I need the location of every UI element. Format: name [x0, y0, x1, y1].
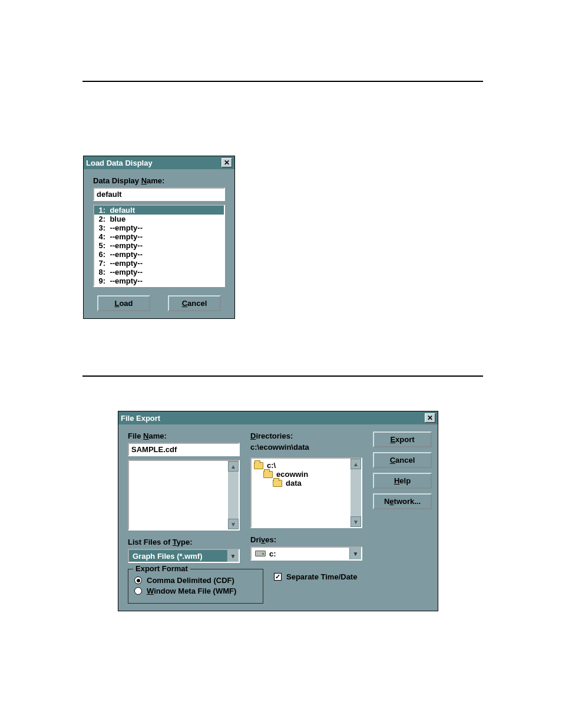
folder-icon [263, 471, 273, 478]
separate-time-date-checkbox[interactable]: Separate Time/Date [274, 572, 357, 581]
data-display-name-input[interactable] [93, 187, 225, 201]
scrollbar[interactable]: ▲ ▼ [228, 461, 239, 529]
radio-icon [134, 577, 142, 584]
network-button[interactable]: Network... [373, 493, 432, 509]
drive-value: c: [252, 548, 349, 559]
scroll-down-icon[interactable]: ▼ [351, 516, 361, 527]
chevron-down-icon[interactable]: ▼ [349, 548, 361, 559]
help-button[interactable]: Help [373, 473, 432, 489]
list-item[interactable]: 9: --empty-- [94, 276, 224, 285]
display-list[interactable]: 1: default 2: blue 3: --empty-- 4: --emp… [93, 205, 225, 287]
radio-icon [134, 587, 142, 595]
chevron-down-icon[interactable]: ▼ [227, 550, 239, 562]
mid-rule [82, 375, 483, 377]
cancel-button[interactable]: Cancel [373, 452, 432, 468]
file-name-input[interactable] [128, 443, 240, 456]
directory-item[interactable]: ecowwin [254, 470, 359, 479]
file-type-value: Graph Files (*.wmf) [129, 550, 227, 562]
file-list[interactable]: ▲ ▼ [128, 460, 240, 531]
directories-label: Directories: [250, 431, 362, 440]
list-item[interactable]: 6: --empty-- [94, 250, 224, 259]
folder-icon [273, 480, 282, 487]
top-rule [82, 81, 483, 82]
directory-item-label: ecowwin [276, 470, 308, 479]
cancel-button[interactable]: Cancel [168, 295, 221, 311]
list-item[interactable]: 3: --empty-- [94, 223, 224, 232]
scrollbar[interactable]: ▲ ▼ [351, 459, 361, 527]
list-item[interactable]: 7: --empty-- [94, 259, 224, 268]
drive-icon [255, 551, 266, 556]
load-button[interactable]: Load [97, 295, 150, 311]
scroll-down-icon[interactable]: ▼ [228, 519, 239, 529]
export-format-group: Export Format Comma Delimited (CDF) Wind… [128, 569, 263, 604]
titlebar[interactable]: File Export ✕ [118, 411, 438, 424]
directory-item[interactable]: data [254, 479, 359, 487]
checkbox-icon [274, 573, 282, 581]
directories-path: c:\ecowwin\data [250, 443, 362, 452]
scroll-up-icon[interactable]: ▲ [228, 461, 239, 472]
list-item[interactable]: 2: blue [94, 215, 224, 223]
close-icon[interactable]: ✕ [222, 158, 232, 167]
list-item[interactable]: 5: --empty-- [94, 241, 224, 250]
radio-cdf-label: Comma Delimited (CDF) [147, 576, 234, 585]
file-export-dialog: File Export ✕ File Name: ▲ ▼ List Files … [118, 411, 438, 611]
directory-item-label: data [286, 479, 302, 487]
titlebar[interactable]: Load Data Display ✕ [84, 156, 234, 169]
close-icon[interactable]: ✕ [425, 413, 435, 423]
scroll-up-icon[interactable]: ▲ [351, 459, 361, 469]
dialog-title: Load Data Display [86, 159, 222, 167]
list-item[interactable]: 8: --empty-- [94, 268, 224, 276]
radio-cdf[interactable]: Comma Delimited (CDF) [134, 576, 257, 585]
export-button[interactable]: Export [373, 431, 432, 447]
data-display-name-label: Data Display Name: [93, 176, 225, 185]
file-name-label: File Name: [128, 431, 240, 440]
directory-list[interactable]: c:\ecowwindata ▲ ▼ [250, 457, 362, 528]
radio-wmf-label: Window Meta File (WMF) [147, 587, 236, 595]
file-type-dropdown[interactable]: Graph Files (*.wmf) ▼ [128, 549, 240, 563]
drives-dropdown[interactable]: c: ▼ [250, 546, 362, 561]
list-item[interactable]: 4: --empty-- [94, 232, 224, 241]
separate-time-date-label: Separate Time/Date [286, 572, 357, 581]
export-format-legend: Export Format [133, 564, 190, 573]
load-data-display-dialog: Load Data Display ✕ Data Display Name: 1… [83, 156, 235, 319]
list-item[interactable]: 1: default [94, 206, 224, 215]
dialog-title: File Export [121, 414, 425, 423]
radio-wmf[interactable]: Window Meta File (WMF) [134, 587, 257, 595]
list-files-type-label: List Files of Type: [128, 538, 240, 546]
folder-icon [254, 462, 263, 469]
drives-label: Drives: [250, 535, 362, 544]
